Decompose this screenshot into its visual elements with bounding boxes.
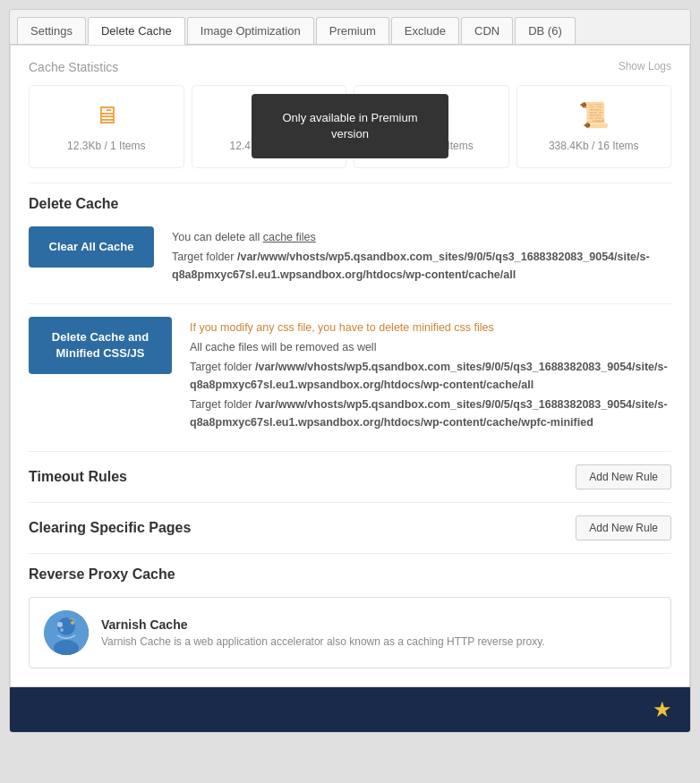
stat-label-0: 12.3Kb / 1 Items [67,140,145,152]
timeout-rules-section: Timeout Rules Add New Rule [29,464,671,489]
varnish-description: Varnish Cache is a web application accel… [101,635,545,648]
delete-info-warning: If you modify any css file, you have to … [190,319,671,336]
reverse-proxy-title: Reverse Proxy Cache [29,566,671,583]
timeout-rules-title: Timeout Rules [29,469,127,485]
tab-settings[interactable]: Settings [17,17,86,44]
plugin-container: Settings Delete Cache Image Optimization… [9,9,691,733]
clearing-pages-title: Clearing Specific Pages [29,520,191,536]
bottom-bar: ★ [10,687,690,732]
clear-all-cache-row: Clear All Cache You can delete all cache… [29,226,671,285]
delete-minified-row: Delete Cache and Minified CSS/JS If you … [29,317,671,433]
varnish-avatar-svg [44,610,89,655]
delete-cache-title: Delete Cache [29,196,671,212]
varnish-card: Varnish Cache Varnish Cache is a web app… [29,597,671,668]
tab-bar: Settings Delete Cache Image Optimization… [10,10,690,45]
tab-cdn[interactable]: CDN [461,17,513,44]
divider-1 [29,183,671,183]
clear-all-cache-info: You can delete all cache files Target fo… [172,226,671,285]
divider-2 [29,303,671,304]
tab-premium[interactable]: Premium [316,17,389,44]
delete-info-line-3: Target folder /var/www/vhosts/wp5.qsandb… [190,358,671,394]
svg-point-5 [71,621,74,625]
varnish-avatar [44,610,89,655]
tab-db[interactable]: DB (6) [515,17,576,44]
svg-point-3 [57,622,63,627]
delete-minified-button[interactable]: Delete Cache and Minified CSS/JS [29,317,172,374]
clear-info-line-1: You can delete all cache files [172,228,671,246]
timeout-add-rule-button[interactable]: Add New Rule [576,464,671,489]
monitor-icon: 🖥 [40,100,173,130]
delete-minified-info: If you modify any css file, you have to … [190,317,671,433]
clearing-pages-section: Clearing Specific Pages Add New Rule [29,515,671,540]
stat-card-0: 🖥 12.3Kb / 1 Items [29,85,184,168]
stats-grid: 🖥 12.3Kb / 1 Items 📄 12.4Kb / 1 Items 📄 … [29,85,671,168]
stat-card-3: 📜 338.4Kb / 16 Items [516,85,672,168]
clearing-pages-add-rule-button[interactable]: Add New Rule [576,515,671,540]
star-icon: ★ [653,697,672,722]
tab-exclude[interactable]: Exclude [391,17,459,44]
main-content: Cache Statistics Show Logs 🖥 12.3Kb / 1 … [10,45,690,687]
divider-5 [29,553,671,554]
clear-all-cache-button[interactable]: Clear All Cache [29,226,154,268]
stat-label-3: 338.4Kb / 16 Items [549,140,639,152]
varnish-info: Varnish Cache Varnish Cache is a web app… [101,617,545,648]
cache-stats-header: Cache Statistics Show Logs [29,60,671,74]
script-icon: 📜 [528,100,661,130]
varnish-name: Varnish Cache [101,617,545,632]
clear-info-line-2: Target folder /var/www/vhosts/wp5.qsandb… [172,248,671,284]
cache-stats-title: Cache Statistics [29,60,118,74]
tab-image-optimization[interactable]: Image Optimization [187,17,314,44]
premium-tooltip: Only available in Premium version [252,94,448,158]
delete-info-line-2: All cache files will be removed as well [190,338,671,356]
show-logs-link[interactable]: Show Logs [619,60,671,72]
svg-point-4 [60,628,64,632]
divider-3 [29,451,671,452]
delete-info-line-4: Target folder /var/www/vhosts/wp5.qsandb… [190,396,671,431]
tab-delete-cache[interactable]: Delete Cache [88,17,185,45]
divider-4 [29,502,671,503]
